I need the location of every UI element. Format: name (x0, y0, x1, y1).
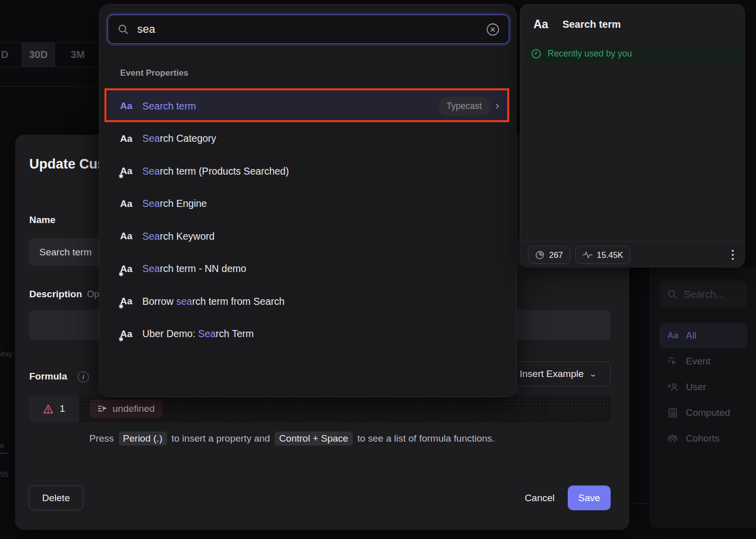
recently-used-badge: Recently used by you (526, 45, 740, 63)
detail-footer: 26715.45K (520, 241, 744, 268)
time-range-3m[interactable]: 3M (64, 43, 91, 67)
property-label: Search Keyword (142, 231, 214, 242)
property-row[interactable]: AaSearch termTypecast› (107, 90, 509, 123)
detail-title: Search term (562, 19, 621, 30)
cancel-button[interactable]: Cancel (512, 486, 568, 510)
search-input[interactable] (137, 23, 478, 36)
chart-axis-value: 55 (0, 470, 9, 478)
undefined-token[interactable]: undefined (90, 400, 163, 418)
search-icon (117, 23, 129, 35)
stat-value: 15.45K (597, 250, 623, 260)
stat-pill[interactable]: 15.45K (575, 246, 630, 264)
info-icon[interactable]: i (78, 371, 89, 383)
chart-legend-fragment: e (0, 441, 4, 450)
text-property-icon: Aa✱ (120, 296, 135, 307)
property-type-sidebar: Search... AaAllEventUserComputedCohorts (650, 267, 756, 528)
section-header: Event Properties (120, 68, 188, 78)
kbd-control-space: Control + Space (275, 432, 353, 446)
property-row[interactable]: AaSearch Category (107, 123, 509, 155)
property-search-field[interactable] (107, 15, 509, 44)
warning-count: 1 (60, 403, 65, 414)
property-label: Search Category (142, 133, 216, 144)
kebab-menu-icon[interactable] (729, 247, 737, 263)
property-row[interactable]: AaSearch Keyword (107, 220, 509, 253)
sidebar-item-all[interactable]: AaAll (660, 323, 747, 348)
delete-button[interactable]: Delete (29, 486, 83, 510)
time-range-d[interactable]: D (0, 43, 11, 67)
chevron-right-icon: › (496, 100, 499, 112)
search-icon (667, 289, 678, 300)
formula-warning-gutter: 1 (29, 395, 79, 422)
sidebar-item-label: All (686, 330, 696, 341)
custom-property-star-icon: ✱ (119, 173, 123, 180)
text-property-icon: Aa (120, 100, 135, 112)
cohorts-icon (667, 433, 679, 444)
custom-property-star-icon: ✱ (119, 303, 123, 310)
user-icon (667, 382, 679, 393)
custom-property-star-icon: ✱ (119, 336, 123, 343)
event-icon (667, 356, 679, 367)
sidebar-item-label: Cohorts (686, 433, 720, 444)
time-range-selector: D30D3M (0, 42, 99, 67)
formula-label: Formula i (29, 371, 67, 382)
property-label: Uber Demo: Search Term (142, 328, 254, 340)
property-row[interactable]: Aa✱Uber Demo: Search Term (107, 318, 509, 351)
pie-chart-icon (535, 250, 545, 260)
property-label: Search term (142, 100, 196, 112)
property-label: Search Engine (142, 198, 207, 209)
text-property-icon: Aa (120, 231, 135, 242)
sidebar-item-label: Computed (686, 407, 730, 418)
dotted-divider (631, 503, 649, 504)
sidebar-item-cohorts[interactable]: Cohorts (660, 426, 747, 451)
property-label: Borrow search term from Search (142, 296, 285, 307)
text-property-icon: Aa (120, 198, 135, 209)
activity-icon (582, 251, 592, 259)
save-button[interactable]: Save (568, 486, 611, 510)
function-token-icon (98, 405, 107, 413)
chevron-down-icon: ⌄ (588, 370, 597, 378)
chart-line-fragment (0, 453, 8, 454)
kbd-period: Period (.) (119, 432, 167, 446)
typecast-button[interactable]: Typecast (438, 97, 491, 116)
aa-icon: Aa (667, 331, 679, 341)
property-list: AaSearch termTypecast›AaSearch CategoryA… (107, 90, 509, 350)
text-property-icon: Aa (120, 133, 135, 144)
formula-input[interactable]: undefined (79, 395, 611, 422)
text-property-icon: Aa✱ (120, 263, 135, 275)
sidebar-item-computed[interactable]: Computed (660, 400, 747, 425)
property-row[interactable]: Aa✱Borrow search term from Search (107, 285, 509, 318)
property-detail-panel: Aa Search term Recently used by you 2671… (520, 4, 745, 267)
stat-pill[interactable]: 267 (528, 246, 570, 264)
insert-example-button[interactable]: Insert Example ⌄ (505, 361, 611, 387)
property-search-popover: Event Properties AaSearch termTypecast›A… (99, 4, 517, 397)
sidebar-item-label: Event (686, 356, 711, 367)
clear-icon[interactable] (486, 23, 500, 36)
property-row[interactable]: Aa✱Search term - NN demo (107, 253, 509, 286)
chart-divider (0, 86, 99, 87)
name-label: Name (29, 214, 56, 226)
sidebar-item-user[interactable]: User (660, 374, 747, 400)
property-label: Search term (Products Searched) (142, 166, 289, 177)
property-row[interactable]: AaSearch Engine (107, 188, 509, 221)
sidebar-item-label: User (686, 382, 706, 393)
warning-icon (43, 404, 53, 414)
clock-icon (531, 48, 542, 59)
computed-icon (667, 407, 679, 418)
sidebar-item-event[interactable]: Event (660, 349, 747, 374)
formula-editor[interactable]: 1 undefined (29, 395, 611, 422)
property-label: Search term - NN demo (142, 263, 246, 275)
property-type-icon: Aa (533, 18, 548, 31)
formula-hint: Press Period (.) to insert a property an… (89, 432, 495, 446)
sidebar-search-input[interactable]: Search... (660, 281, 747, 308)
sidebar-search-placeholder: Search... (684, 289, 724, 300)
text-property-icon: Aa✱ (120, 329, 135, 340)
time-range-30d[interactable]: 30D (22, 43, 55, 67)
text-property-icon: Aa✱ (120, 166, 135, 177)
custom-property-star-icon: ✱ (119, 271, 123, 278)
stat-value: 267 (549, 250, 563, 260)
chart-axis-month-label: May (0, 349, 12, 358)
property-row[interactable]: Aa✱Search term (Products Searched) (107, 155, 509, 188)
